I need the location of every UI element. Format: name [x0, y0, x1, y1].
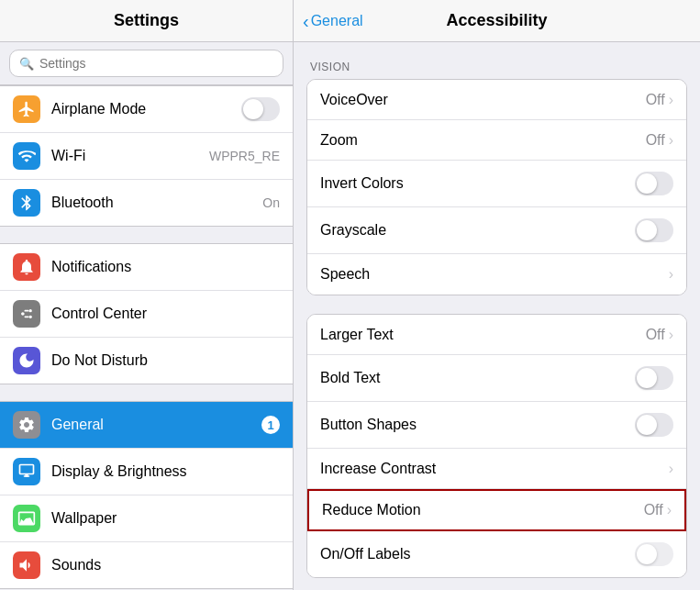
- right-content: VISIONVoiceOverOff›ZoomOff›Invert Colors…: [294, 42, 700, 590]
- svg-rect-5: [25, 317, 29, 318]
- toggle-button-shapes[interactable]: [635, 413, 673, 437]
- settings-row-wifi[interactable]: Wi-FiWPPR5_RE: [0, 133, 293, 180]
- search-input[interactable]: [39, 56, 273, 71]
- back-label: General: [311, 13, 363, 29]
- svg-rect-4: [25, 310, 29, 312]
- options-group: Larger TextOff›Bold TextButton ShapesInc…: [306, 314, 687, 578]
- settings-row-notifications[interactable]: Notifications: [0, 244, 293, 291]
- back-button[interactable]: ‹ General: [303, 12, 363, 30]
- settings-row-bluetooth[interactable]: BluetoothOn: [0, 180, 293, 226]
- toggle-grayscale[interactable]: [635, 218, 673, 242]
- svg-rect-8: [25, 474, 28, 477]
- sounds-icon: [13, 551, 40, 579]
- chevron-right-icon: ›: [669, 461, 673, 477]
- chevron-right-icon: ›: [667, 502, 672, 518]
- search-icon: 🔍: [19, 57, 34, 71]
- search-input-wrap[interactable]: 🔍: [9, 50, 283, 77]
- option-row-button-shapes[interactable]: Button Shapes: [307, 402, 686, 449]
- option-label: VoiceOver: [320, 92, 646, 108]
- airplane-icon: [13, 95, 40, 123]
- settings-row-do-not-disturb[interactable]: Do Not Disturb: [0, 338, 293, 384]
- settings-row-sounds[interactable]: Sounds: [0, 542, 293, 588]
- settings-row-display[interactable]: Display & Brightness: [0, 449, 293, 495]
- option-label: Grayscale: [320, 222, 635, 239]
- settings-row-wallpaper[interactable]: Wallpaper: [0, 495, 293, 542]
- row-label: Bluetooth: [51, 195, 257, 211]
- wifi-icon: [13, 142, 40, 170]
- wallpaper-icon: [13, 505, 40, 532]
- row-sub: WPPR5_RE: [209, 149, 280, 163]
- section-label: VISION: [306, 61, 687, 73]
- left-panel: Settings 🔍 Airplane ModeWi-FiWPPR5_REBlu…: [0, 0, 294, 590]
- option-label: Button Shapes: [320, 417, 635, 433]
- settings-row-general[interactable]: General1: [0, 402, 293, 449]
- row-label: Airplane Mode: [51, 101, 241, 117]
- option-row-bold-text[interactable]: Bold Text: [307, 355, 686, 402]
- option-label: Zoom: [320, 132, 646, 149]
- option-row-speech[interactable]: Speech›: [307, 254, 686, 295]
- option-row-voiceover[interactable]: VoiceOverOff›: [307, 80, 686, 120]
- bluetooth-icon: [13, 189, 40, 217]
- option-value: Off: [646, 92, 665, 108]
- right-panel: ‹ General Accessibility VISIONVoiceOverO…: [294, 0, 700, 590]
- settings-group: NotificationsControl CenterDo Not Distur…: [0, 243, 293, 384]
- right-header: ‹ General Accessibility: [294, 0, 700, 42]
- search-bar: 🔍: [0, 42, 293, 85]
- right-title: Accessibility: [446, 11, 547, 30]
- option-row-grayscale[interactable]: Grayscale: [307, 207, 686, 254]
- row-label: Control Center: [51, 306, 280, 322]
- option-label: Invert Colors: [320, 175, 635, 192]
- svg-point-1: [29, 309, 32, 312]
- display-icon: [13, 458, 40, 485]
- option-label: Larger Text: [320, 327, 646, 343]
- chevron-right-icon: ›: [669, 92, 673, 108]
- toggle-invert-colors[interactable]: [635, 172, 673, 195]
- gear-icon: [13, 411, 40, 439]
- moon-icon: [13, 347, 40, 374]
- chevron-right-icon: ›: [669, 327, 673, 343]
- option-label: Speech: [320, 266, 669, 283]
- option-label: On/Off Labels: [320, 546, 635, 562]
- settings-list: Airplane ModeWi-FiWPPR5_REBluetoothOnNot…: [0, 85, 293, 590]
- svg-rect-3: [21, 313, 24, 315]
- row-label: General: [51, 417, 254, 433]
- row-label: Sounds: [51, 557, 280, 573]
- toggle-airplane-mode[interactable]: [241, 97, 280, 121]
- option-row-reduce-motion[interactable]: Reduce MotionOff›: [307, 489, 686, 531]
- option-label: Reduce Motion: [322, 502, 644, 518]
- badge-general: 1: [261, 416, 280, 434]
- options-group: VoiceOverOff›ZoomOff›Invert ColorsGraysc…: [306, 79, 687, 295]
- row-sub: On: [262, 195, 280, 210]
- option-label: Bold Text: [320, 370, 635, 386]
- control-icon: [13, 300, 40, 328]
- option-row-larger-text[interactable]: Larger TextOff›: [307, 315, 686, 355]
- chevron-right-icon: ›: [669, 132, 673, 149]
- settings-row-control-center[interactable]: Control Center: [0, 291, 293, 338]
- toggle-onoff-labels[interactable]: [635, 542, 673, 566]
- option-label: Increase Contrast: [320, 461, 669, 477]
- svg-point-2: [29, 316, 32, 318]
- notifications-icon: [13, 253, 40, 281]
- option-value: Off: [644, 502, 663, 518]
- chevron-right-icon: ›: [669, 266, 673, 283]
- row-label: Wallpaper: [51, 510, 280, 527]
- back-chevron-icon: ‹: [303, 12, 309, 30]
- option-row-zoom[interactable]: ZoomOff›: [307, 120, 686, 161]
- row-label: Notifications: [51, 259, 280, 275]
- option-value: Off: [646, 327, 665, 343]
- toggle-bold-text[interactable]: [635, 366, 673, 390]
- option-row-invert-colors[interactable]: Invert Colors: [307, 161, 686, 207]
- settings-group: General1Display & BrightnessWallpaperSou…: [0, 401, 293, 589]
- option-row-increase-contrast[interactable]: Increase Contrast›: [307, 449, 686, 489]
- option-value: Off: [646, 132, 665, 149]
- row-label: Do Not Disturb: [51, 352, 280, 369]
- settings-title: Settings: [15, 11, 278, 30]
- settings-group: Airplane ModeWi-FiWPPR5_REBluetoothOn: [0, 85, 293, 227]
- row-label: Wi-Fi: [51, 148, 204, 164]
- option-row-onoff-labels[interactable]: On/Off Labels: [307, 531, 686, 577]
- settings-row-airplane-mode[interactable]: Airplane Mode: [0, 86, 293, 133]
- row-label: Display & Brightness: [51, 463, 280, 480]
- left-header: Settings: [0, 0, 293, 42]
